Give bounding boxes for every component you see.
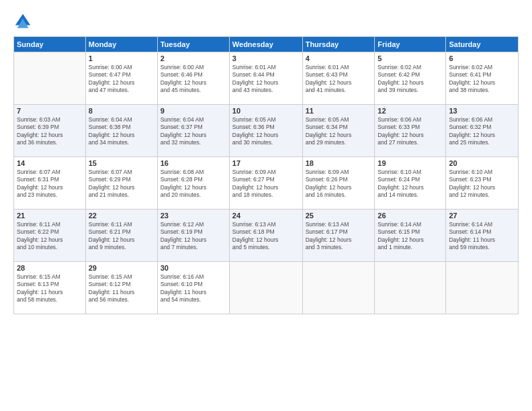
logo: [13, 12, 35, 31]
calendar-cell: 21Sunrise: 6:11 AM Sunset: 6:22 PM Dayli…: [14, 210, 86, 262]
calendar-week-row: 28Sunrise: 6:15 AM Sunset: 6:13 PM Dayli…: [14, 262, 519, 314]
day-info: Sunrise: 6:09 AM Sunset: 6:26 PM Dayligh…: [306, 169, 372, 199]
calendar-cell: 1Sunrise: 6:00 AM Sunset: 6:47 PM Daylig…: [85, 52, 157, 105]
calendar-cell: 24Sunrise: 6:13 AM Sunset: 6:18 PM Dayli…: [229, 210, 302, 262]
day-info: Sunrise: 6:00 AM Sunset: 6:47 PM Dayligh…: [89, 64, 154, 95]
day-info: Sunrise: 6:10 AM Sunset: 6:23 PM Dayligh…: [449, 169, 515, 199]
weekday-header-row: SundayMondayTuesdayWednesdayThursdayFrid…: [14, 37, 519, 52]
calendar-cell: [229, 262, 302, 314]
logo-icon: [13, 12, 32, 31]
calendar-cell: 7Sunrise: 6:03 AM Sunset: 6:39 PM Daylig…: [14, 105, 86, 157]
weekday-header: Monday: [85, 37, 157, 52]
day-number: 7: [17, 107, 83, 115]
calendar-cell: 16Sunrise: 6:08 AM Sunset: 6:28 PM Dayli…: [157, 157, 229, 210]
weekday-header: Thursday: [302, 37, 375, 52]
calendar-cell: 9Sunrise: 6:04 AM Sunset: 6:37 PM Daylig…: [157, 105, 229, 157]
calendar-cell: [375, 262, 446, 314]
calendar-cell: 12Sunrise: 6:06 AM Sunset: 6:33 PM Dayli…: [375, 105, 446, 157]
day-info: Sunrise: 6:00 AM Sunset: 6:46 PM Dayligh…: [161, 64, 226, 95]
calendar-cell: 15Sunrise: 6:07 AM Sunset: 6:29 PM Dayli…: [85, 157, 157, 210]
day-number: 18: [306, 159, 372, 167]
day-number: 22: [89, 212, 154, 220]
calendar-cell: 13Sunrise: 6:06 AM Sunset: 6:32 PM Dayli…: [446, 105, 519, 157]
day-info: Sunrise: 6:14 AM Sunset: 6:14 PM Dayligh…: [449, 221, 515, 252]
calendar-cell: 10Sunrise: 6:05 AM Sunset: 6:36 PM Dayli…: [229, 105, 302, 157]
day-info: Sunrise: 6:11 AM Sunset: 6:21 PM Dayligh…: [89, 221, 154, 252]
day-number: 5: [378, 54, 443, 62]
day-info: Sunrise: 6:03 AM Sunset: 6:39 PM Dayligh…: [17, 116, 83, 147]
page: SundayMondayTuesdayWednesdayThursdayFrid…: [0, 0, 532, 411]
day-number: 15: [89, 159, 154, 167]
day-number: 16: [161, 159, 226, 167]
day-info: Sunrise: 6:02 AM Sunset: 6:42 PM Dayligh…: [378, 64, 443, 95]
day-number: 28: [17, 264, 83, 272]
day-info: Sunrise: 6:12 AM Sunset: 6:19 PM Dayligh…: [161, 221, 226, 252]
header: [13, 12, 519, 31]
day-number: 23: [161, 212, 226, 220]
day-info: Sunrise: 6:06 AM Sunset: 6:32 PM Dayligh…: [449, 116, 515, 147]
calendar-cell: 29Sunrise: 6:15 AM Sunset: 6:12 PM Dayli…: [85, 262, 157, 314]
day-number: 8: [89, 107, 154, 115]
day-number: 6: [449, 54, 515, 62]
day-number: 24: [232, 212, 300, 220]
weekday-header: Wednesday: [229, 37, 302, 52]
day-number: 25: [306, 212, 372, 220]
calendar-cell: [446, 262, 519, 314]
calendar-cell: 6Sunrise: 6:02 AM Sunset: 6:41 PM Daylig…: [446, 52, 519, 105]
calendar-cell: 4Sunrise: 6:01 AM Sunset: 6:43 PM Daylig…: [302, 52, 375, 105]
day-number: 14: [17, 159, 83, 167]
calendar-table: SundayMondayTuesdayWednesdayThursdayFrid…: [13, 36, 519, 314]
day-info: Sunrise: 6:13 AM Sunset: 6:17 PM Dayligh…: [306, 221, 372, 252]
day-number: 11: [306, 107, 372, 115]
calendar-cell: 3Sunrise: 6:01 AM Sunset: 6:44 PM Daylig…: [229, 52, 302, 105]
day-number: 17: [232, 159, 300, 167]
day-info: Sunrise: 6:07 AM Sunset: 6:31 PM Dayligh…: [17, 169, 83, 199]
day-info: Sunrise: 6:11 AM Sunset: 6:22 PM Dayligh…: [17, 221, 83, 252]
day-info: Sunrise: 6:15 AM Sunset: 6:13 PM Dayligh…: [17, 273, 83, 304]
day-number: 12: [378, 107, 443, 115]
weekday-header: Saturday: [446, 37, 519, 52]
calendar-cell: 19Sunrise: 6:10 AM Sunset: 6:24 PM Dayli…: [375, 157, 446, 210]
weekday-header: Sunday: [14, 37, 86, 52]
calendar-cell: 28Sunrise: 6:15 AM Sunset: 6:13 PM Dayli…: [14, 262, 86, 314]
day-number: 13: [449, 107, 515, 115]
calendar-cell: 27Sunrise: 6:14 AM Sunset: 6:14 PM Dayli…: [446, 210, 519, 262]
day-info: Sunrise: 6:07 AM Sunset: 6:29 PM Dayligh…: [89, 169, 154, 199]
calendar-cell: 8Sunrise: 6:04 AM Sunset: 6:38 PM Daylig…: [85, 105, 157, 157]
calendar-week-row: 1Sunrise: 6:00 AM Sunset: 6:47 PM Daylig…: [14, 52, 519, 105]
day-number: 30: [161, 264, 226, 272]
day-info: Sunrise: 6:04 AM Sunset: 6:37 PM Dayligh…: [161, 116, 226, 147]
day-info: Sunrise: 6:06 AM Sunset: 6:33 PM Dayligh…: [378, 116, 443, 147]
calendar-cell: 14Sunrise: 6:07 AM Sunset: 6:31 PM Dayli…: [14, 157, 86, 210]
day-number: 26: [378, 212, 443, 220]
calendar-cell: 26Sunrise: 6:14 AM Sunset: 6:15 PM Dayli…: [375, 210, 446, 262]
day-info: Sunrise: 6:08 AM Sunset: 6:28 PM Dayligh…: [161, 169, 226, 199]
day-number: 19: [378, 159, 443, 167]
calendar-cell: 20Sunrise: 6:10 AM Sunset: 6:23 PM Dayli…: [446, 157, 519, 210]
calendar-week-row: 14Sunrise: 6:07 AM Sunset: 6:31 PM Dayli…: [14, 157, 519, 210]
day-number: 27: [449, 212, 515, 220]
weekday-header: Friday: [375, 37, 446, 52]
day-info: Sunrise: 6:05 AM Sunset: 6:36 PM Dayligh…: [232, 116, 300, 147]
calendar-cell: 30Sunrise: 6:16 AM Sunset: 6:10 PM Dayli…: [157, 262, 229, 314]
calendar-cell: [14, 52, 86, 105]
calendar-week-row: 21Sunrise: 6:11 AM Sunset: 6:22 PM Dayli…: [14, 210, 519, 262]
day-info: Sunrise: 6:10 AM Sunset: 6:24 PM Dayligh…: [378, 169, 443, 199]
calendar-cell: 2Sunrise: 6:00 AM Sunset: 6:46 PM Daylig…: [157, 52, 229, 105]
day-number: 1: [89, 54, 154, 62]
day-number: 4: [306, 54, 372, 62]
day-number: 10: [232, 107, 300, 115]
day-info: Sunrise: 6:16 AM Sunset: 6:10 PM Dayligh…: [161, 273, 226, 304]
calendar-cell: [302, 262, 375, 314]
day-info: Sunrise: 6:09 AM Sunset: 6:27 PM Dayligh…: [232, 169, 300, 199]
day-info: Sunrise: 6:05 AM Sunset: 6:34 PM Dayligh…: [306, 116, 372, 147]
calendar-cell: 23Sunrise: 6:12 AM Sunset: 6:19 PM Dayli…: [157, 210, 229, 262]
calendar-cell: 11Sunrise: 6:05 AM Sunset: 6:34 PM Dayli…: [302, 105, 375, 157]
day-info: Sunrise: 6:01 AM Sunset: 6:43 PM Dayligh…: [306, 64, 372, 95]
calendar-cell: 22Sunrise: 6:11 AM Sunset: 6:21 PM Dayli…: [85, 210, 157, 262]
day-info: Sunrise: 6:15 AM Sunset: 6:12 PM Dayligh…: [89, 273, 154, 304]
calendar-cell: 18Sunrise: 6:09 AM Sunset: 6:26 PM Dayli…: [302, 157, 375, 210]
day-info: Sunrise: 6:04 AM Sunset: 6:38 PM Dayligh…: [89, 116, 154, 147]
day-info: Sunrise: 6:01 AM Sunset: 6:44 PM Dayligh…: [232, 64, 300, 95]
calendar-cell: 17Sunrise: 6:09 AM Sunset: 6:27 PM Dayli…: [229, 157, 302, 210]
